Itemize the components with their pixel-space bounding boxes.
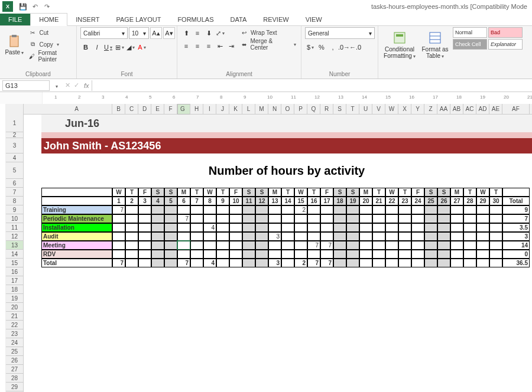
hours-cell[interactable] [398, 223, 411, 232]
hours-cell[interactable] [463, 223, 476, 232]
hours-cell[interactable] [229, 205, 242, 214]
merge-center-button[interactable]: ⬌Merge & Center [239, 39, 297, 50]
hours-cell[interactable] [307, 214, 320, 223]
hours-cell[interactable] [359, 241, 372, 250]
hours-cell[interactable] [424, 250, 437, 259]
activity-total-cell[interactable]: 9 [502, 205, 530, 214]
hours-cell[interactable] [320, 205, 333, 214]
hours-cell[interactable] [281, 223, 294, 232]
day-number-cell[interactable]: 13 [268, 197, 281, 205]
hours-cell[interactable] [437, 214, 450, 223]
hours-cell[interactable] [281, 205, 294, 214]
hours-cell[interactable] [372, 205, 385, 214]
format-painter-button[interactable]: 🖌Format Painter [27, 51, 73, 61]
activity-total-cell[interactable]: 7 [502, 214, 530, 223]
hours-cell[interactable] [138, 232, 151, 241]
hours-cell[interactable] [333, 232, 346, 241]
hours-cell[interactable] [411, 232, 424, 241]
hours-cell[interactable] [255, 250, 268, 259]
hours-cell[interactable] [177, 241, 190, 250]
hours-cell[interactable] [164, 205, 177, 214]
row-header[interactable]: 1 [6, 115, 24, 132]
day-letter-cell[interactable]: S [255, 188, 268, 197]
row-header[interactable]: 22 [6, 321, 24, 329]
day-letter-cell[interactable]: W [112, 188, 125, 197]
increase-indent-button[interactable]: ⇥ [226, 40, 236, 52]
hours-cell[interactable] [320, 214, 333, 223]
day-number-cell[interactable]: 11 [242, 197, 255, 205]
select-all-corner[interactable] [6, 104, 24, 115]
total-header[interactable] [502, 188, 530, 197]
hours-cell[interactable] [476, 232, 489, 241]
day-number-cell[interactable]: 7 [190, 197, 203, 205]
increase-decimal-button[interactable]: .0→ [339, 41, 349, 53]
hours-cell[interactable] [216, 214, 229, 223]
wrap-text-button[interactable]: ↩Wrap Text [239, 27, 297, 38]
hours-cell[interactable] [177, 223, 190, 232]
hours-cell[interactable] [242, 214, 255, 223]
hours-cell[interactable] [385, 241, 398, 250]
day-letter-cell[interactable]: W [203, 188, 216, 197]
day-letter-cell[interactable]: T [281, 188, 294, 197]
cell-styles-gallery[interactable]: Normal Bad Check Cell Explanator [453, 27, 523, 50]
hours-cell[interactable] [229, 250, 242, 259]
row-header[interactable]: 11 [6, 223, 24, 232]
column-total-cell[interactable]: 7 [307, 259, 320, 267]
hours-cell[interactable] [190, 223, 203, 232]
column-header[interactable]: A [41, 104, 112, 115]
hours-cell[interactable] [359, 232, 372, 241]
hours-cell[interactable] [151, 223, 164, 232]
number-format-select[interactable]: General▾ [305, 27, 375, 39]
hours-cell[interactable] [294, 241, 307, 250]
hours-cell[interactable] [372, 232, 385, 241]
hours-cell[interactable] [450, 232, 463, 241]
hours-cell[interactable] [398, 241, 411, 250]
hours-cell[interactable] [346, 214, 359, 223]
fx-label[interactable]: fx [84, 82, 89, 89]
cancel-formula-icon[interactable]: ✕ [65, 81, 70, 89]
hours-cell[interactable] [177, 205, 190, 214]
column-header[interactable]: AB [450, 104, 463, 115]
hours-cell[interactable] [489, 232, 502, 241]
column-total-cell[interactable]: 7 [177, 259, 190, 267]
row-header[interactable]: 7 [6, 188, 24, 197]
hours-cell[interactable] [346, 205, 359, 214]
hours-cell[interactable] [359, 250, 372, 259]
column-total-cell[interactable] [229, 259, 242, 267]
hours-cell[interactable] [437, 205, 450, 214]
hours-cell[interactable] [229, 241, 242, 250]
copy-button[interactable]: ⧉Copy [27, 39, 73, 50]
paste-button[interactable]: Paste [4, 27, 25, 63]
font-name-select[interactable]: Calibri▾ [80, 27, 128, 39]
hours-cell[interactable] [320, 232, 333, 241]
column-total-cell[interactable] [411, 259, 424, 267]
day-number-cell[interactable]: 4 [151, 197, 164, 205]
hours-cell[interactable]: 2 [294, 205, 307, 214]
accept-formula-icon[interactable]: ✓ [74, 81, 79, 89]
hours-cell[interactable] [476, 214, 489, 223]
hours-cell[interactable] [294, 223, 307, 232]
align-center-button[interactable]: ≡ [192, 40, 203, 52]
hours-cell[interactable] [450, 214, 463, 223]
hours-cell[interactable] [190, 250, 203, 259]
hours-cell[interactable] [333, 241, 346, 250]
row-header[interactable]: 25 [6, 347, 24, 356]
hours-cell[interactable] [411, 214, 424, 223]
day-letter-cell[interactable]: F [411, 188, 424, 197]
day-number-cell[interactable]: 14 [281, 197, 294, 205]
column-total-cell[interactable] [385, 259, 398, 267]
hours-cell[interactable] [125, 250, 138, 259]
tab-data[interactable]: DATA [222, 14, 255, 25]
day-letter-cell[interactable]: M [359, 188, 372, 197]
activity-name-cell[interactable]: Installation [41, 223, 112, 232]
hours-cell[interactable] [385, 250, 398, 259]
hours-cell[interactable] [359, 214, 372, 223]
column-header[interactable]: R [320, 104, 333, 115]
row-header[interactable]: 26 [6, 356, 24, 365]
column-header[interactable]: H [190, 104, 203, 115]
hours-cell[interactable] [307, 205, 320, 214]
italic-button[interactable]: I [92, 41, 102, 53]
row-header[interactable]: 17 [6, 276, 24, 285]
hours-cell[interactable] [112, 241, 125, 250]
hours-cell[interactable] [333, 205, 346, 214]
